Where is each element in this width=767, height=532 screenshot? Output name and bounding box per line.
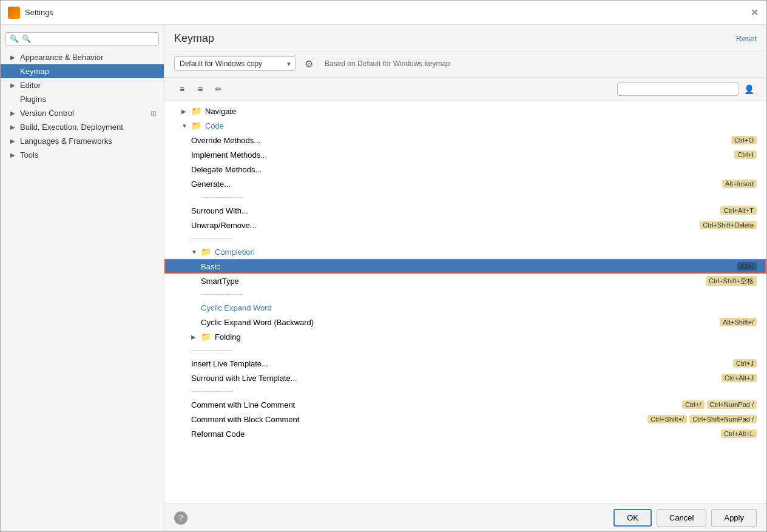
settings-window: Settings ✕ 🔍 ▶ Appearance & Behavior Key… — [0, 0, 767, 532]
key-badge: Ctrl+Alt+L — [721, 429, 757, 438]
tree-item-label: Reformat Code — [191, 429, 718, 439]
tree-row[interactable]: Cyclic Expand Word (Backward) Alt+Shift+… — [164, 315, 766, 329]
keymap-tree: ▶ 📁 Navigate ▼ 📁 Code Override Methods..… — [164, 101, 766, 503]
tree-item-label: Unwrap/Remove... — [191, 221, 697, 230]
sidebar-item-tools[interactable]: ▶ Tools — [1, 148, 164, 162]
tree-item-label: Generate... — [191, 180, 720, 189]
main-header: Keymap Reset — [164, 25, 766, 50]
folder-icon: 📁 — [201, 247, 211, 257]
sidebar-search-wrapper: 🔍 — [5, 32, 159, 45]
tree-row[interactable]: Implement Methods... Ctrl+I — [164, 147, 766, 162]
tree-item-label: Navigate — [205, 107, 757, 116]
tree-row[interactable]: ▶ 📁 Folding — [164, 329, 766, 344]
chevron-right-icon: ▶ — [181, 108, 189, 115]
tree-separator: -------------- — [164, 191, 766, 203]
tree-row[interactable]: Comment with Block Comment Ctrl+Shift+/ … — [164, 412, 766, 426]
key-badge: Ctrl+O — [731, 136, 757, 144]
key-badge: Alt+/ — [737, 262, 757, 271]
window-title: Settings — [25, 8, 53, 17]
reset-button[interactable]: Reset — [736, 34, 757, 43]
tree-search-input[interactable] — [617, 82, 738, 96]
tree-toolbar: ≡ ≡ ✏ 🔍 👤 — [164, 78, 766, 101]
sidebar-search-icon: 🔍 — [10, 35, 19, 43]
key-badge: Ctrl+Alt+J — [721, 374, 757, 382]
gear-button[interactable]: ⚙ — [300, 55, 317, 72]
key-badge: Alt+Insert — [722, 180, 757, 188]
close-button[interactable]: ✕ — [749, 8, 759, 18]
find-action-button[interactable]: 👤 — [741, 81, 757, 97]
main-panel: Keymap Reset Default for Windows copy De… — [164, 25, 766, 531]
sidebar-item-plugins[interactable]: Plugins — [1, 92, 164, 106]
key-badge: Alt+Shift+/ — [720, 318, 757, 326]
sidebar-item-version-control[interactable]: ▶ Version Control ⊞ — [1, 106, 164, 120]
tree-separator: -------------- — [164, 288, 766, 300]
keymap-select-wrapper: Default for Windows copy Default for Win… — [174, 56, 296, 71]
key-badge: Ctrl+/ — [682, 400, 704, 409]
tree-row[interactable]: Insert Live Template... Ctrl+J — [164, 356, 766, 371]
page-title: Keymap — [174, 32, 214, 45]
tree-item-label: Insert Live Template... — [191, 359, 731, 368]
collapse-all-button[interactable]: ≡ — [192, 81, 208, 97]
tree-row[interactable]: ▼ 📁 Completion — [164, 244, 766, 259]
tree-row[interactable]: ▼ 📁 Code — [164, 118, 766, 133]
tree-row[interactable]: ▶ 📁 Navigate — [164, 104, 766, 118]
tree-item-label: Surround With... — [191, 206, 718, 215]
sidebar-item-label: Plugins — [20, 95, 46, 104]
folder-icon: 📁 — [191, 121, 201, 130]
tree-item-label: Override Methods... — [191, 136, 729, 145]
sidebar-item-appearance[interactable]: ▶ Appearance & Behavior — [1, 50, 164, 64]
chevron-right-icon: ▶ — [10, 138, 16, 144]
tree-row[interactable]: Surround with Live Template... Ctrl+Alt+… — [164, 371, 766, 385]
tree-item-label: SmartType — [201, 277, 703, 286]
sidebar-search-input[interactable] — [5, 32, 159, 45]
sidebar-item-languages[interactable]: ▶ Languages & Frameworks — [1, 134, 164, 148]
tree-row[interactable]: Generate... Alt+Insert — [164, 177, 766, 191]
sidebar-item-keymap[interactable]: Keymap — [1, 64, 164, 78]
sidebar-item-label: Keymap — [20, 67, 49, 76]
help-button[interactable]: ? — [174, 511, 188, 525]
action-buttons: OK Cancel Apply — [613, 509, 757, 527]
cancel-button[interactable]: Cancel — [657, 509, 706, 527]
tree-item-label: Comment with Block Comment — [191, 415, 645, 424]
tree-row[interactable]: Override Methods... Ctrl+O — [164, 133, 766, 147]
tree-item-label: Delegate Methods... — [191, 165, 757, 174]
key-badge: Ctrl+Shift+NumPad / — [689, 415, 757, 423]
edit-shortcut-button[interactable]: ✏ — [211, 81, 226, 97]
tree-row[interactable]: Unwrap/Remove... Ctrl+Shift+Delete — [164, 218, 766, 232]
key-badge: Ctrl+NumPad / — [707, 400, 757, 409]
key-badge: Ctrl+Shift+Delete — [700, 221, 757, 229]
title-bar: Settings ✕ — [1, 1, 766, 25]
sidebar: 🔍 ▶ Appearance & Behavior Keymap ▶ Edito… — [1, 25, 164, 531]
keymap-select[interactable]: Default for Windows copy Default for Win… — [174, 56, 296, 71]
sidebar-item-label: Editor — [20, 81, 41, 90]
tree-row[interactable]: Basic Alt+/ — [164, 259, 766, 274]
title-bar-left: Settings — [8, 7, 53, 19]
apply-button[interactable]: Apply — [711, 509, 757, 527]
app-icon — [8, 7, 20, 19]
folder-icon: 📁 — [201, 332, 211, 342]
chevron-right-icon: ▶ — [10, 54, 16, 61]
tree-row[interactable]: Delegate Methods... — [164, 162, 766, 177]
sidebar-item-label: Tools — [20, 150, 38, 160]
tree-separator: -------------- — [164, 385, 766, 397]
chevron-right-icon: ▶ — [191, 334, 198, 340]
tree-item-label: Folding — [215, 332, 757, 342]
key-badge: Ctrl+Shift+/ — [647, 415, 687, 423]
sidebar-item-build[interactable]: ▶ Build, Execution, Deployment — [1, 120, 164, 134]
sidebar-item-label: Appearance & Behavior — [20, 53, 103, 62]
chevron-down-icon: ▼ — [181, 123, 189, 129]
sidebar-item-editor[interactable]: ▶ Editor — [1, 78, 164, 92]
chevron-right-icon: ▶ — [10, 110, 16, 116]
tree-item-label: Completion — [215, 247, 757, 257]
chevron-right-icon: ▶ — [10, 152, 16, 158]
tree-row[interactable]: Cyclic Expand Word — [164, 300, 766, 315]
expand-all-button[interactable]: ≡ — [174, 81, 190, 97]
tree-separator: -------------- — [164, 232, 766, 244]
tree-row[interactable]: SmartType Ctrl+Shift+空格 — [164, 274, 766, 288]
ok-button[interactable]: OK — [613, 509, 652, 527]
tree-row[interactable]: Comment with Line Comment Ctrl+/ Ctrl+Nu… — [164, 397, 766, 412]
tree-row[interactable]: Reformat Code Ctrl+Alt+L — [164, 426, 766, 441]
key-badge: Ctrl+J — [733, 359, 757, 368]
tree-row[interactable]: Surround With... Ctrl+Alt+T — [164, 203, 766, 218]
content-area: 🔍 ▶ Appearance & Behavior Keymap ▶ Edito… — [1, 25, 766, 531]
